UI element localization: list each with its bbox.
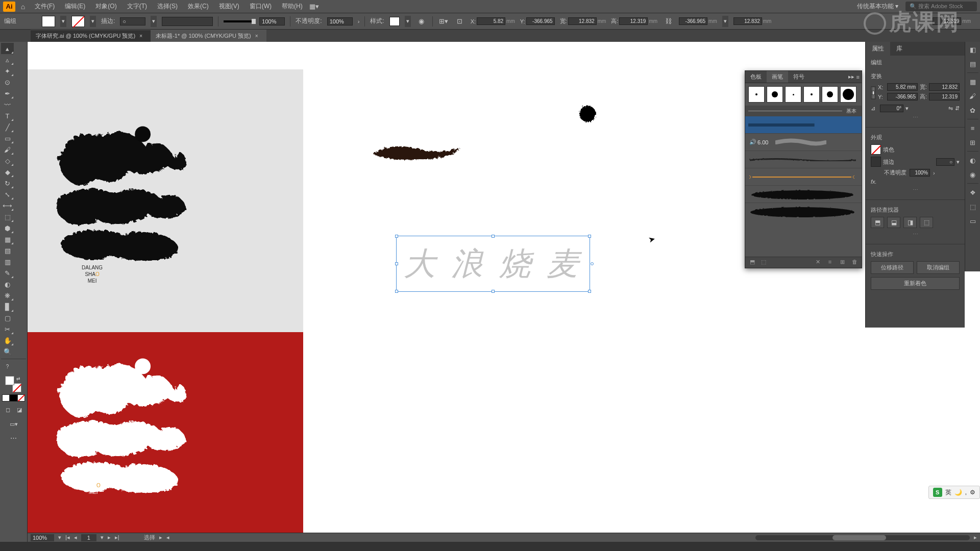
brush-round-1[interactable]	[748, 86, 765, 103]
lasso-tool[interactable]: ⊙	[1, 77, 14, 88]
collapse-icon[interactable]: ▸▸	[848, 73, 854, 80]
shape-builder-tool[interactable]: ⬢	[1, 222, 14, 234]
home-icon[interactable]: ⌂	[17, 3, 29, 11]
transparency-panel-icon[interactable]: ◐	[967, 155, 978, 166]
menu-window[interactable]: 窗口(W)	[246, 1, 276, 12]
doc-tab-1[interactable]: 字体研究.ai @ 100% (CMYK/GPU 预览) ×	[31, 30, 151, 42]
scale-tool[interactable]: ⤡	[1, 189, 14, 200]
prop-y[interactable]: -366.965	[887, 93, 918, 101]
menu-effect[interactable]: 效果(C)	[184, 1, 213, 12]
color-mode-gradient[interactable]	[10, 394, 17, 402]
prop-stroke-weight[interactable]: ○	[936, 158, 954, 166]
artboard-number[interactable]	[81, 534, 96, 541]
brush-art-3[interactable]	[745, 151, 862, 168]
direct-selection-tool[interactable]: ▵	[1, 54, 14, 65]
brush-round-6[interactable]	[840, 86, 856, 103]
eraser-tool[interactable]: ◆	[1, 166, 14, 178]
prop-angle[interactable]: 0°	[880, 105, 903, 112]
symbols-panel-icon[interactable]: ✿	[967, 105, 978, 116]
brush-round-3[interactable]	[785, 86, 801, 103]
align-panel-icon[interactable]: ⊞	[967, 137, 978, 148]
screen-mode[interactable]: ▭▾	[2, 420, 25, 428]
brush-round-2[interactable]	[767, 86, 783, 103]
offset-path-button[interactable]: 位移路径	[871, 261, 914, 274]
h-value[interactable]: 12.319	[619, 17, 648, 25]
nav-next-icon[interactable]: ▸	[108, 534, 111, 541]
asset-export-icon[interactable]: ⬚	[967, 201, 978, 212]
line-tool[interactable]: ╱	[1, 121, 14, 133]
h-scrollbar[interactable]	[755, 535, 970, 540]
color-mode-none[interactable]	[17, 394, 25, 402]
fill-stroke-box[interactable]: ⇄	[5, 376, 21, 392]
symbols-tab[interactable]: 符号	[788, 71, 810, 83]
eyedropper-tool[interactable]: ✎	[1, 267, 14, 279]
menu-file[interactable]: 文件(F)	[31, 1, 59, 12]
properties-tab[interactable]: 属性	[866, 42, 890, 56]
close-icon[interactable]: ×	[255, 33, 261, 39]
nav-first-icon[interactable]: |◂	[65, 534, 70, 541]
artboards-panel-icon[interactable]: ▭	[967, 215, 978, 227]
style-dd[interactable]: ▾	[405, 16, 411, 27]
menu-help[interactable]: 帮助(H)	[278, 1, 307, 12]
status-dd[interactable]: ▸	[159, 534, 162, 541]
symbol-sprayer-tool[interactable]: ❋	[1, 290, 14, 301]
panel-menu-icon[interactable]: ≡	[856, 74, 860, 80]
gradient-tool[interactable]: ▥	[1, 256, 14, 267]
stroke-panel-icon[interactable]: ≡	[967, 122, 978, 134]
blend-tool[interactable]: ◐	[1, 279, 14, 290]
paintbrush-tool[interactable]: 🖌	[1, 144, 14, 155]
magic-wand-tool[interactable]: ✦	[1, 65, 14, 77]
brushes-panel-icon[interactable]: 🖌	[967, 90, 978, 102]
link-wh-icon[interactable]: ⛓	[663, 16, 674, 27]
brush-art-2[interactable]: 🔊 6.00	[745, 133, 862, 151]
stroke-dropdown[interactable]: ▾	[90, 16, 96, 27]
prop-opacity[interactable]: 100%	[910, 169, 930, 177]
scale-value[interactable]: 100%	[259, 17, 285, 26]
flip-v-icon[interactable]: ⇵	[955, 105, 960, 112]
layers-panel-icon[interactable]: ❖	[967, 187, 978, 198]
prop-x[interactable]: 5.82 mm	[887, 83, 918, 91]
gradient-panel-icon[interactable]: ▤	[967, 58, 978, 69]
stock-search[interactable]: 🔍 搜索 Adobe Stock	[905, 2, 977, 11]
selection-tool[interactable]: ▴	[1, 43, 14, 54]
ime-indicator[interactable]: S 英 🌙 , ⚙	[928, 486, 980, 499]
prop-w[interactable]: 12.832	[929, 83, 960, 91]
toggle-fill-stroke[interactable]: ?	[1, 361, 14, 372]
scroll-left-icon[interactable]: ◂	[166, 534, 169, 541]
zoom-input[interactable]	[31, 534, 54, 541]
intersect-icon[interactable]: ◨	[903, 217, 917, 228]
scroll-right-icon[interactable]: ▸	[974, 534, 977, 541]
menu-type[interactable]: 文字(T)	[123, 1, 151, 12]
prop-h[interactable]: 12.319	[929, 93, 960, 101]
brush-art-5[interactable]	[745, 185, 862, 203]
artboard-dd[interactable]: ▾	[101, 534, 104, 541]
recolor-button[interactable]: 重新着色	[871, 277, 960, 290]
nav-last-icon[interactable]: ▸|	[115, 534, 119, 541]
brush-art-4[interactable]	[745, 168, 862, 185]
stroke-weight[interactable]: ○	[120, 17, 145, 26]
fill-dropdown[interactable]: ▾	[60, 16, 66, 27]
link-value[interactable]: -366.965	[679, 17, 707, 25]
w-value[interactable]: 12.832	[568, 17, 597, 25]
fill-color[interactable]	[5, 376, 14, 385]
nav-prev-icon[interactable]: ◂	[74, 534, 77, 541]
more-transform-icon[interactable]: ⋯	[871, 114, 960, 121]
prop-stroke-swatch[interactable]	[871, 157, 881, 167]
stroke-weight-dd[interactable]: ▾	[151, 16, 157, 27]
new-brush-icon[interactable]: ⊞	[838, 259, 846, 267]
unite-icon[interactable]: ⬒	[871, 217, 884, 228]
draw-behind[interactable]: ◪	[14, 406, 26, 414]
flip-h-icon[interactable]: ⇋	[948, 105, 953, 112]
prop-fill-swatch[interactable]	[871, 144, 881, 155]
type-tool[interactable]: T	[1, 110, 14, 121]
perspective-tool[interactable]: ▦	[1, 234, 14, 245]
options-icon[interactable]: ≡	[826, 259, 834, 267]
style-swatch[interactable]	[389, 17, 400, 26]
link-dd[interactable]: ▾	[722, 16, 728, 27]
libraries-icon[interactable]: ⬚	[760, 259, 768, 267]
menu-edit[interactable]: 编辑(E)	[61, 1, 89, 12]
artboard-tool[interactable]: ▢	[1, 312, 14, 323]
rotate-tool[interactable]: ↻	[1, 178, 14, 189]
curvature-tool[interactable]: 〰	[1, 99, 14, 110]
library-icon[interactable]: ⬒	[748, 259, 756, 267]
